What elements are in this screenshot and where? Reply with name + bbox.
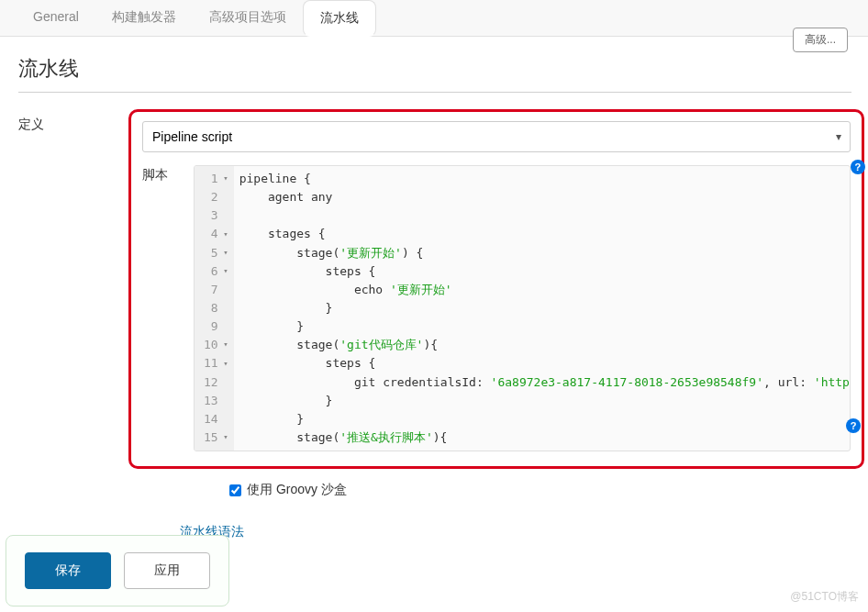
groovy-sandbox-checkbox[interactable] — [229, 484, 241, 496]
gutter-line: 14 — [204, 410, 228, 428]
gutter-line: 9 — [204, 317, 228, 336]
gutter-line: 12 — [204, 373, 228, 392]
code-line: stage('推送&执行脚本'){ — [239, 428, 850, 447]
gutter-line: 6▾ — [204, 262, 228, 281]
gutter-line: 10▾ — [204, 336, 228, 354]
gutter-line: 8 — [204, 299, 228, 317]
apply-button[interactable]: 应用 — [124, 552, 210, 589]
code-body[interactable]: pipeline { agent any stages { stage('更新开… — [234, 166, 850, 451]
code-line — [239, 206, 850, 225]
save-button[interactable]: 保存 — [25, 552, 111, 589]
code-line: pipeline { — [239, 170, 850, 188]
pipeline-script-editor[interactable]: 1▾234▾5▾6▾78910▾11▾12131415▾ pipeline { … — [194, 165, 851, 451]
code-line: git credentialsId: '6a8972e3-a817-4117-8… — [239, 373, 850, 392]
definition-select[interactable]: Pipeline script — [142, 121, 851, 152]
code-line: agent any — [239, 188, 850, 206]
watermark: @51CTO博客 — [790, 589, 859, 605]
footer-actions: 保存 应用 — [6, 535, 229, 606]
tab-build-triggers[interactable]: 构建触发器 — [95, 0, 193, 36]
tab-advanced-options[interactable]: 高级项目选项 — [193, 0, 303, 36]
gutter-line: 4▾ — [204, 225, 228, 243]
help-icon[interactable]: ? — [846, 418, 861, 433]
code-gutter: 1▾234▾5▾6▾78910▾11▾12131415▾ — [195, 166, 234, 451]
script-label: 脚本 — [142, 165, 194, 451]
tab-general[interactable]: General — [17, 0, 95, 36]
code-line: stages { — [239, 225, 850, 243]
tab-pipeline[interactable]: 流水线 — [303, 0, 376, 37]
code-line: steps { — [239, 354, 850, 373]
gutter-line: 1▾ — [204, 170, 228, 188]
gutter-line: 3 — [204, 206, 228, 225]
definition-label: 定义 — [18, 109, 128, 133]
code-line: stage('更新开始') { — [239, 244, 850, 262]
code-line: } — [239, 392, 850, 410]
definition-highlight-box: Pipeline script 脚本 1▾234▾5▾6▾78910▾11▾12… — [128, 109, 864, 469]
code-line: } — [239, 410, 850, 428]
code-line: } — [239, 299, 850, 317]
groovy-sandbox-label: 使用 Groovy 沙盒 — [247, 482, 347, 498]
code-line: } — [239, 317, 850, 336]
advanced-button[interactable]: 高级... — [793, 28, 848, 52]
gutter-line: 11▾ — [204, 354, 228, 373]
gutter-line: 15▾ — [204, 428, 228, 447]
gutter-line: 2 — [204, 188, 228, 206]
code-line: echo '更新开始' — [239, 281, 850, 299]
gutter-line: 5▾ — [204, 244, 228, 262]
gutter-line: 7 — [204, 281, 228, 299]
help-icon[interactable]: ? — [851, 160, 865, 174]
code-line: stage('git代码仓库'){ — [239, 336, 850, 354]
gutter-line: 13 — [204, 392, 228, 410]
config-tabs: General 构建触发器 高级项目选项 流水线 — [0, 0, 868, 37]
section-title-pipeline: 流水线 — [18, 55, 851, 93]
code-line: steps { — [239, 262, 850, 281]
